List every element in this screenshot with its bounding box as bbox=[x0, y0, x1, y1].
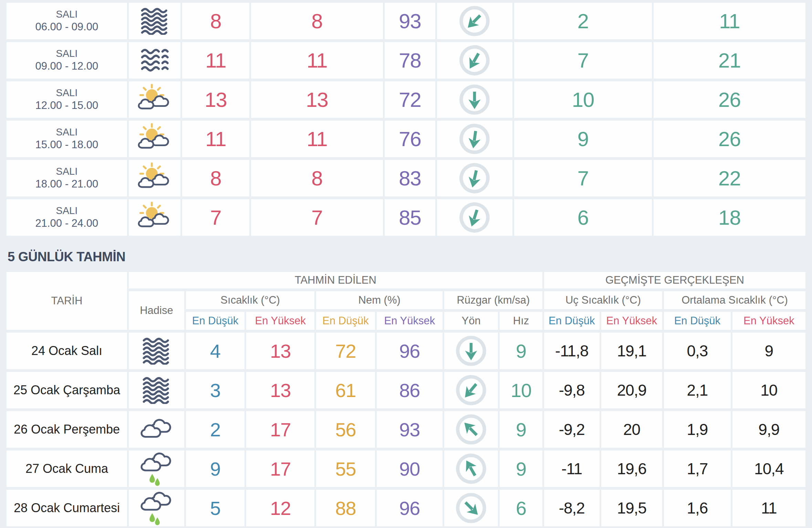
temperature-value: 8 bbox=[182, 160, 249, 196]
daily-row: 27 Ocak Cuma 9 17 55 90 9 -11 19,6 1,7 1… bbox=[7, 450, 805, 487]
average-temp-group-header: Ortalama Sıcaklık (°C) bbox=[664, 291, 805, 309]
weather-condition-cell bbox=[129, 81, 181, 118]
wind-speed-value: 6 bbox=[514, 199, 652, 236]
temp-max-value: 12 bbox=[246, 490, 314, 526]
humidity-value: 93 bbox=[385, 3, 435, 39]
wind-speed-value: 10 bbox=[500, 372, 542, 408]
temp-max-value: 17 bbox=[246, 450, 314, 487]
temp-min-value: 5 bbox=[186, 490, 244, 526]
humidity-max-header: En Yüksek bbox=[377, 312, 443, 330]
felt-temperature-value: 8 bbox=[251, 3, 383, 39]
extreme-max-value: 20,9 bbox=[601, 372, 662, 408]
time-range-label: 09.00 - 12.00 bbox=[7, 60, 127, 73]
felt-temperature-value: 7 bbox=[251, 199, 383, 236]
temp-min-value: 4 bbox=[186, 333, 244, 369]
weather-condition-cell bbox=[129, 411, 184, 448]
day-time-cell: SALI 18.00 - 21.00 bbox=[7, 160, 127, 196]
humidity-min-value: 88 bbox=[316, 490, 375, 526]
wind-direction-arrow-icon bbox=[458, 83, 491, 116]
humidity-group-header: Nem (%) bbox=[316, 291, 443, 309]
wind-direction-cell bbox=[437, 42, 512, 79]
sun-clouds-icon bbox=[137, 84, 173, 115]
daily-forecast-table: TARİH TAHMİN EDİLEN GEÇMİŞTE GERÇEKLEŞEN… bbox=[5, 269, 807, 528]
temperature-value: 11 bbox=[182, 121, 249, 157]
daily-row: 24 Ocak Salı 4 13 72 96 9 -11,8 19,1 0,3… bbox=[7, 333, 805, 369]
daily-header-row-groups: TARİH TAHMİN EDİLEN GEÇMİŞTE GERÇEKLEŞEN bbox=[7, 272, 805, 288]
humidity-value: 85 bbox=[385, 199, 435, 236]
day-time-cell: SALI 12.00 - 15.00 bbox=[7, 81, 127, 118]
wind-gust-value: 18 bbox=[654, 199, 805, 236]
humidity-value: 76 bbox=[385, 121, 435, 157]
felt-temperature-value: 11 bbox=[251, 121, 383, 157]
time-range-label: 21.00 - 24.00 bbox=[7, 217, 127, 230]
felt-temperature-value: 8 bbox=[251, 160, 383, 196]
wind-direction-arrow-icon bbox=[454, 199, 496, 236]
wind-direction-arrow-icon bbox=[452, 42, 497, 79]
wind-speed-value: 6 bbox=[500, 490, 542, 526]
day-time-cell: SALI 15.00 - 18.00 bbox=[7, 121, 127, 157]
weather-condition-cell bbox=[129, 121, 181, 157]
fog-icon bbox=[142, 337, 171, 365]
date-value: 24 Ocak Salı bbox=[7, 333, 127, 369]
wind-direction-cell bbox=[437, 160, 512, 196]
average-min-value: 0,3 bbox=[664, 333, 731, 369]
humidity-max-value: 96 bbox=[377, 333, 443, 369]
average-max-value: 10 bbox=[732, 372, 805, 408]
temp-min-value: 3 bbox=[186, 372, 244, 408]
weather-condition-cell bbox=[129, 333, 184, 369]
weather-condition-cell bbox=[129, 372, 184, 408]
date-value: 25 Ocak Çarşamba bbox=[7, 372, 127, 408]
average-max-value: 9,9 bbox=[732, 411, 805, 448]
weather-forecast-page: SALI 06.00 - 09.00 8 8 93 2 11 SALI 09. bbox=[0, 0, 812, 528]
average-max-header: En Yüksek bbox=[732, 312, 805, 330]
weather-condition-cell bbox=[129, 42, 181, 79]
past-group-header: GEÇMİŞTE GERÇEKLEŞEN bbox=[544, 272, 805, 288]
rain-icon bbox=[140, 490, 173, 526]
humidity-max-value: 93 bbox=[377, 411, 443, 448]
humidity-min-value: 61 bbox=[316, 372, 375, 408]
wind-gust-value: 22 bbox=[654, 160, 805, 196]
weather-condition-cell bbox=[129, 160, 181, 196]
wind-speed-header: Hız bbox=[500, 312, 542, 330]
wind-speed-value: 10 bbox=[514, 81, 652, 118]
weather-condition-cell bbox=[129, 199, 181, 236]
temp-min-value: 9 bbox=[186, 450, 244, 487]
humidity-min-value: 56 bbox=[316, 411, 375, 448]
date-value: 27 Ocak Cuma bbox=[7, 450, 127, 487]
humidity-min-header: En Düşük bbox=[316, 312, 375, 330]
average-max-value: 10,4 bbox=[732, 450, 805, 487]
hourly-row: SALI 15.00 - 18.00 11 11 76 9 26 bbox=[7, 121, 805, 157]
time-range-label: 15.00 - 18.00 bbox=[7, 138, 127, 152]
average-min-value: 2,1 bbox=[664, 372, 731, 408]
extreme-max-value: 20 bbox=[601, 411, 662, 448]
temp-min-header: En Düşük bbox=[186, 312, 244, 330]
day-time-cell: SALI 06.00 - 09.00 bbox=[7, 3, 127, 39]
humidity-min-value: 55 bbox=[316, 450, 375, 487]
day-label: SALI bbox=[7, 205, 127, 217]
wind-direction-arrow-icon bbox=[449, 450, 494, 487]
date-column-header: TARİH bbox=[7, 272, 127, 330]
wind-direction-arrow-icon bbox=[455, 334, 488, 367]
temperature-value: 7 bbox=[182, 199, 249, 236]
wind-gust-value: 26 bbox=[654, 121, 805, 157]
wind-direction-cell bbox=[444, 411, 498, 448]
hourly-forecast-table: SALI 06.00 - 09.00 8 8 93 2 11 SALI 09. bbox=[5, 0, 807, 238]
weather-condition-cell bbox=[129, 3, 181, 39]
humidity-max-value: 96 bbox=[377, 490, 443, 526]
wind-gust-value: 21 bbox=[654, 42, 805, 79]
wind-direction-cell bbox=[437, 3, 512, 39]
humidity-max-value: 86 bbox=[377, 372, 443, 408]
daily-row: 25 Ocak Çarşamba 3 13 61 86 10 -9,8 20,9… bbox=[7, 372, 805, 408]
humidity-min-value: 72 bbox=[316, 333, 375, 369]
day-time-cell: SALI 21.00 - 24.00 bbox=[7, 199, 127, 236]
day-label: SALI bbox=[7, 8, 127, 20]
fog-partial-icon bbox=[140, 47, 169, 74]
extreme-max-value: 19,6 bbox=[601, 450, 662, 487]
five-day-forecast-title: 5 GÜNLÜK TAHMİN bbox=[8, 250, 807, 264]
predicted-group-header: TAHMİN EDİLEN bbox=[129, 272, 542, 288]
wind-group-header: Rüzgar (km/sa) bbox=[444, 291, 542, 309]
weather-condition-cell bbox=[129, 450, 184, 487]
humidity-value: 83 bbox=[385, 160, 435, 196]
day-time-cell: SALI 09.00 - 12.00 bbox=[7, 42, 127, 79]
day-label: SALI bbox=[7, 126, 127, 138]
